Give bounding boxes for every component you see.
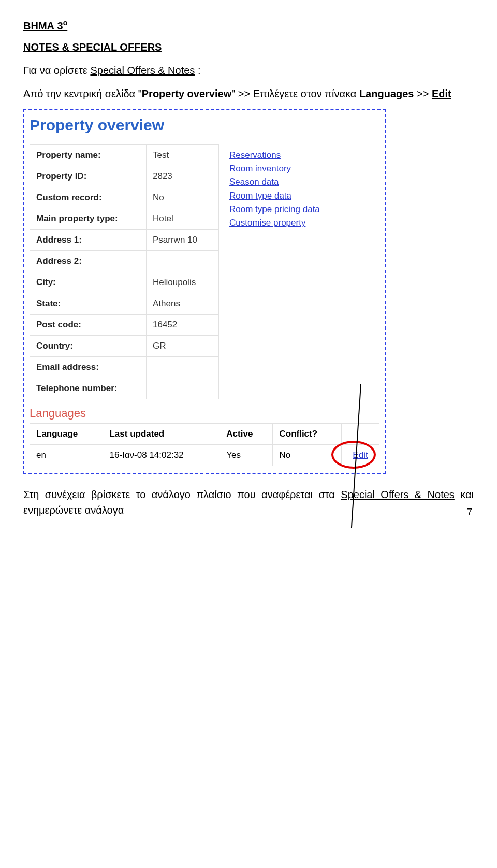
lang-cell-conflict: No [273,444,342,466]
side-link[interactable]: Room type pricing data [229,203,320,216]
lang-cell-language: en [30,444,103,466]
property-row: Address 2: [30,250,219,272]
side-link[interactable]: Room type data [229,189,320,203]
lang-col-header [342,423,379,444]
languages-table: LanguageLast updatedActiveConflict? en 1… [30,423,379,466]
property-value: Athens [147,293,219,314]
property-label: Address 2: [30,250,147,272]
lang-cell-last-updated: 16-Ιαν-08 14:02:32 [103,444,220,466]
property-row: Country:GR [30,335,219,356]
property-value: GR [147,335,219,356]
edit-link[interactable]: Edit [353,450,368,460]
property-label: State: [30,293,147,314]
step-base: ΒΗΜΑ 3 [23,20,63,32]
property-row: Main property type:Hotel [30,208,219,229]
property-label: Country: [30,335,147,356]
property-label: Custom record: [30,187,147,208]
lang-col-header: Last updated [103,423,220,444]
property-value: 16452 [147,314,219,335]
section-title: NOTES & SPECIAL OFFERS [23,41,474,53]
property-label: City: [30,272,147,293]
instr-2: " >> Επιλέγετε στον πίνακα [231,88,359,99]
panel-heading: Property overview [30,116,379,134]
instr-lang: Languages [359,88,414,99]
property-value: 2823 [147,166,219,187]
outro-1: Στη συνέχεια βρίσκετε το ανάλογο πλαίσιο… [23,489,341,500]
property-label: Post code: [30,314,147,335]
property-row: Telephone number: [30,378,219,399]
intro-underlined: Special Offers & Notes [90,65,195,76]
step-sup: ο [63,19,68,27]
property-label: Telephone number: [30,378,147,399]
property-value: Test [147,144,219,166]
intro-suffix: : [195,65,200,76]
property-row: City:Helioupolis [30,272,219,293]
property-overview-panel: Property overview Property name:TestProp… [23,109,386,474]
instruction-line: Από την κεντρική σελίδα "Property overvi… [23,88,474,100]
instr-3: >> [414,88,431,99]
property-value: Hotel [147,208,219,229]
side-link[interactable]: Room inventory [229,162,320,175]
lang-cell-active: Yes [220,444,273,466]
property-label: Email address: [30,356,147,378]
property-row: Post code:16452 [30,314,219,335]
instr-1: Από την κεντρική σελίδα " [23,88,142,99]
lang-cell-edit: Edit [342,444,379,466]
side-link[interactable]: Reservations [229,148,320,162]
step-heading: ΒΗΜΑ 3ο [23,19,474,32]
instr-bold: Property overview [142,88,231,99]
intro-prefix: Για να ορίσετε [23,65,90,76]
instr-edit: Edit [432,88,451,99]
property-row: Custom record:No [30,187,219,208]
property-label: Property ID: [30,166,147,187]
property-value [147,250,219,272]
languages-heading: Languages [30,407,379,420]
outro-underlined: Special Offers & Notes [341,489,455,500]
property-label: Property name: [30,144,147,166]
outro-text: Στη συνέχεια βρίσκετε το ανάλογο πλαίσιο… [23,487,474,518]
property-row: Email address: [30,356,219,378]
property-row: Property ID:2823 [30,166,219,187]
property-value [147,356,219,378]
property-row: Address 1:Psarrwn 10 [30,229,219,250]
property-row: Property name:TestProperty ID:2823Custom… [30,144,379,399]
language-row: en 16-Ιαν-08 14:02:32 Yes No Edit [30,444,379,466]
side-links: ReservationsRoom inventorySeason dataRoo… [229,148,320,230]
property-table: Property name:TestProperty ID:2823Custom… [30,144,219,399]
lang-col-header: Language [30,423,103,444]
property-value: Psarrwn 10 [147,229,219,250]
side-link[interactable]: Season data [229,175,320,189]
property-value [147,378,219,399]
property-value: Helioupolis [147,272,219,293]
property-label: Address 1: [30,229,147,250]
lang-col-header: Conflict? [273,423,342,444]
property-row: Property name:Test [30,144,219,166]
side-link[interactable]: Customise property [229,216,320,230]
intro-line: Για να ορίσετε Special Offers & Notes : [23,65,474,77]
property-label: Main property type: [30,208,147,229]
property-row: State:Athens [30,293,219,314]
lang-col-header: Active [220,423,273,444]
property-value: No [147,187,219,208]
page-number: 7 [467,507,472,518]
